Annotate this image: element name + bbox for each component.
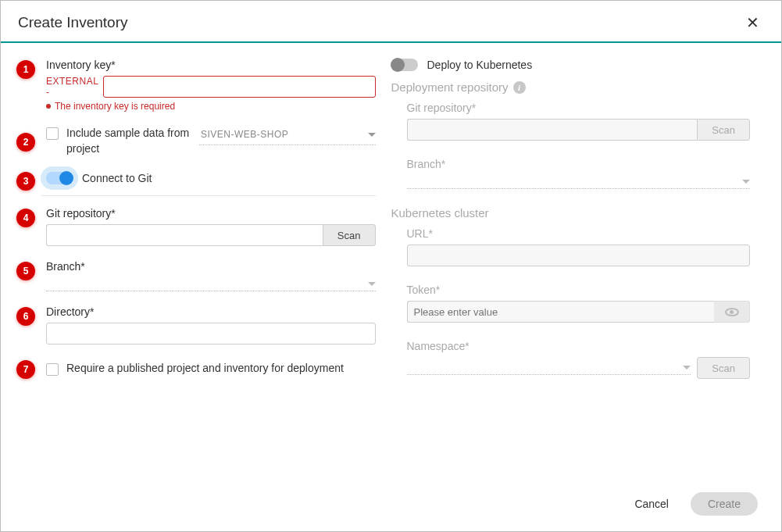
git-repo-input[interactable] <box>46 224 323 246</box>
inventory-key-error: The inventory key is required <box>46 101 376 112</box>
divider <box>41 195 376 196</box>
dialog-body: 1 Inventory key* EXTERNAL - The inventor… <box>1 43 781 481</box>
k8s-token-label: Token* <box>407 284 751 296</box>
info-icon[interactable]: i <box>513 81 526 94</box>
k8s-token-input <box>407 301 715 323</box>
branch-select[interactable] <box>46 277 376 291</box>
k8s-git-scan-button: Scan <box>697 119 750 141</box>
dialog-title: Create Inventory <box>18 14 127 31</box>
create-inventory-dialog: Create Inventory ✕ 1 Inventory key* EXTE… <box>0 0 782 532</box>
dialog-footer: Cancel Create <box>1 481 781 531</box>
create-button[interactable]: Create <box>691 492 758 516</box>
k8s-url-label: URL* <box>407 227 751 240</box>
git-repo-field: 4 Git repository* Scan <box>46 207 376 246</box>
eye-icon <box>725 308 739 316</box>
deploy-k8s-field: Deploy to Kubernetes <box>391 59 751 71</box>
chevron-down-icon <box>368 282 376 286</box>
k8s-git-repo-field: Git repository* Scan <box>407 102 751 141</box>
git-repo-scan-button[interactable]: Scan <box>323 224 376 246</box>
inventory-key-field: 1 Inventory key* EXTERNAL - The inventor… <box>16 59 376 112</box>
k8s-branch-label: Branch* <box>407 158 751 170</box>
require-published-checkbox[interactable] <box>46 363 59 376</box>
step-badge-3: 3 <box>16 172 35 191</box>
k8s-cluster-title: Kubernetes cluster <box>391 206 751 220</box>
require-published-field: 7 Require a published project and invent… <box>46 359 376 379</box>
step-badge-7: 7 <box>16 360 35 379</box>
require-published-label: Require a published project and inventor… <box>66 362 344 374</box>
include-sample-checkbox[interactable] <box>46 127 59 140</box>
step-badge-6: 6 <box>16 307 35 326</box>
deployment-repo-title: Deployment repository i <box>391 80 751 94</box>
inventory-key-label: Inventory key* <box>46 59 376 71</box>
directory-label: Directory* <box>46 305 376 318</box>
dialog-header: Create Inventory ✕ <box>1 1 781 43</box>
sample-project-select[interactable]: SIVEN-WEB-SHOP <box>199 126 376 145</box>
k8s-url-input <box>407 245 751 266</box>
directory-input[interactable] <box>46 323 376 345</box>
step-badge-2: 2 <box>16 133 35 152</box>
chevron-down-icon <box>742 180 750 184</box>
sample-project-value: SIVEN-WEB-SHOP <box>201 129 288 140</box>
include-sample-field: 2 Include sample data from project SIVEN… <box>46 126 376 156</box>
inventory-key-input[interactable] <box>103 76 376 98</box>
step-badge-5: 5 <box>16 262 35 280</box>
branch-label: Branch* <box>46 260 376 273</box>
step-badge-4: 4 <box>16 209 35 227</box>
error-dot-icon <box>46 104 51 109</box>
inventory-key-error-text: The inventory key is required <box>55 101 175 112</box>
directory-field: 6 Directory* <box>46 305 376 345</box>
left-column: 1 Inventory key* EXTERNAL - The inventor… <box>9 59 384 473</box>
include-sample-label: Include sample data from project <box>66 126 191 156</box>
chevron-down-icon <box>683 366 691 370</box>
deploy-k8s-label: Deploy to Kubernetes <box>427 59 533 71</box>
connect-git-toggle[interactable] <box>46 172 73 184</box>
git-repo-label: Git repository* <box>46 207 376 220</box>
k8s-git-repo-label: Git repository* <box>407 102 751 114</box>
k8s-namespace-label: Namespace* <box>407 340 751 352</box>
k8s-url-field: URL* <box>407 227 751 266</box>
k8s-token-field: Token* <box>407 284 751 323</box>
k8s-git-repo-input <box>407 119 698 141</box>
right-column: Deploy to Kubernetes Deployment reposito… <box>384 59 759 473</box>
branch-field: 5 Branch* <box>46 260 376 291</box>
deploy-k8s-toggle[interactable] <box>391 59 418 71</box>
chevron-down-icon <box>368 133 376 137</box>
k8s-namespace-field: Namespace* Scan <box>407 340 751 379</box>
k8s-branch-select <box>407 175 751 189</box>
inventory-key-prefix: EXTERNAL - <box>46 76 98 98</box>
connect-git-field: 3 Connect to Git <box>16 170 376 191</box>
k8s-namespace-select <box>407 361 691 375</box>
k8s-namespace-scan-button: Scan <box>697 357 750 379</box>
cancel-button[interactable]: Cancel <box>627 493 677 515</box>
reveal-token-button <box>714 301 750 323</box>
k8s-branch-field: Branch* <box>407 158 751 189</box>
connect-git-label: Connect to Git <box>82 172 152 184</box>
step-badge-1: 1 <box>16 60 35 79</box>
close-icon[interactable]: ✕ <box>741 10 764 35</box>
